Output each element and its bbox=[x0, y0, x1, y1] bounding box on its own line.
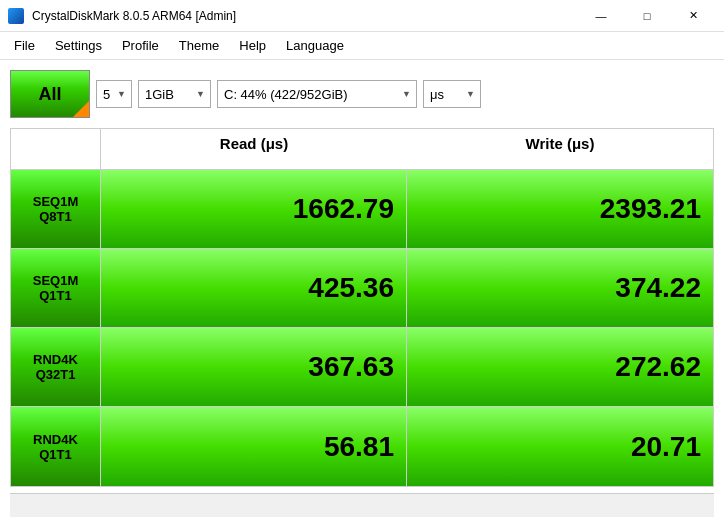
all-button[interactable]: All bbox=[10, 70, 90, 118]
read-value-2: 367.63 bbox=[101, 328, 407, 407]
row-label-3: RND4K Q1T1 bbox=[11, 407, 101, 486]
read-value-0: 1662.79 bbox=[101, 170, 407, 249]
runs-dropdown-wrap: 5 1 3 9 bbox=[96, 80, 132, 108]
window-controls: — □ ✕ bbox=[578, 0, 716, 32]
menu-item-file[interactable]: File bbox=[4, 34, 45, 57]
header-empty-cell bbox=[11, 129, 101, 170]
controls-row: All 5 1 3 9 1GiB 512MiB 256MiB 2GiB C: 4… bbox=[10, 70, 714, 118]
menu-item-language[interactable]: Language bbox=[276, 34, 354, 57]
status-bar bbox=[10, 493, 714, 517]
write-value-0: 2393.21 bbox=[407, 170, 713, 249]
menu-item-profile[interactable]: Profile bbox=[112, 34, 169, 57]
title-bar: CrystalDiskMark 8.0.5 ARM64 [Admin] — □ … bbox=[0, 0, 724, 32]
minimize-button[interactable]: — bbox=[578, 0, 624, 32]
main-content: All 5 1 3 9 1GiB 512MiB 256MiB 2GiB C: 4… bbox=[0, 60, 724, 527]
read-value-3: 56.81 bbox=[101, 407, 407, 486]
row-label-0: SEQ1M Q8T1 bbox=[11, 170, 101, 249]
size-dropdown[interactable]: 1GiB 512MiB 256MiB 2GiB bbox=[138, 80, 211, 108]
window-title: CrystalDiskMark 8.0.5 ARM64 [Admin] bbox=[32, 9, 578, 23]
row-label-1: SEQ1M Q1T1 bbox=[11, 249, 101, 328]
row-label-2: RND4K Q32T1 bbox=[11, 328, 101, 407]
unit-dropdown-wrap: μs MB/s GB/s bbox=[423, 80, 481, 108]
unit-dropdown[interactable]: μs MB/s GB/s bbox=[423, 80, 481, 108]
menu-item-settings[interactable]: Settings bbox=[45, 34, 112, 57]
maximize-button[interactable]: □ bbox=[624, 0, 670, 32]
menu-item-help[interactable]: Help bbox=[229, 34, 276, 57]
write-value-2: 272.62 bbox=[407, 328, 713, 407]
benchmark-table: Read (μs) Write (μs) SEQ1M Q8T1 1662.79 … bbox=[10, 128, 714, 487]
header-write: Write (μs) bbox=[407, 129, 713, 170]
drive-dropdown[interactable]: C: 44% (422/952GiB) bbox=[217, 80, 417, 108]
write-value-1: 374.22 bbox=[407, 249, 713, 328]
write-value-3: 20.71 bbox=[407, 407, 713, 486]
app-icon bbox=[8, 8, 24, 24]
read-value-1: 425.36 bbox=[101, 249, 407, 328]
menu-bar: FileSettingsProfileThemeHelpLanguage bbox=[0, 32, 724, 60]
runs-dropdown[interactable]: 5 1 3 9 bbox=[96, 80, 132, 108]
close-button[interactable]: ✕ bbox=[670, 0, 716, 32]
menu-item-theme[interactable]: Theme bbox=[169, 34, 229, 57]
header-read: Read (μs) bbox=[101, 129, 407, 170]
size-dropdown-wrap: 1GiB 512MiB 256MiB 2GiB bbox=[138, 80, 211, 108]
drive-dropdown-wrap: C: 44% (422/952GiB) bbox=[217, 80, 417, 108]
